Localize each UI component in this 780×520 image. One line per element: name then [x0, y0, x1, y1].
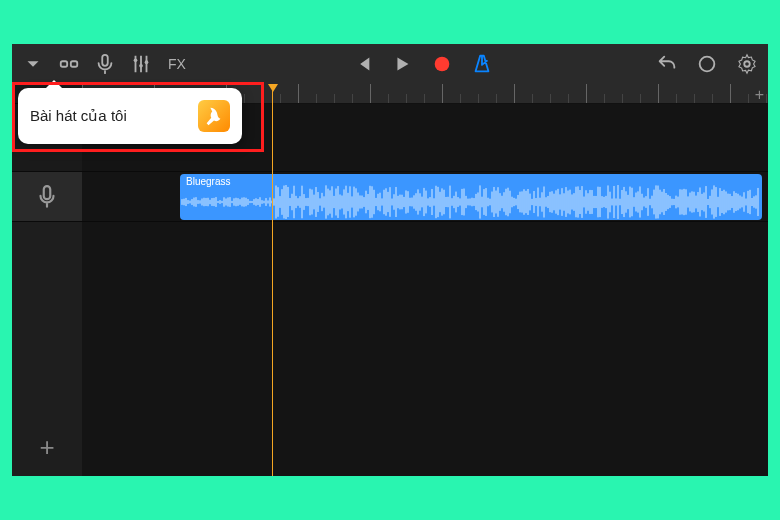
- fx-button[interactable]: FX: [162, 49, 192, 79]
- record-icon: [431, 53, 453, 75]
- mixer-icon: [130, 53, 152, 75]
- track-header-audio[interactable]: [12, 172, 82, 222]
- track-view-icon: [58, 53, 80, 75]
- undo-icon: [656, 53, 678, 75]
- waveform-icon: [180, 174, 762, 220]
- svg-point-4: [145, 60, 149, 64]
- metronome-button[interactable]: [467, 49, 497, 79]
- track-lane-audio[interactable]: Bluegrass: [82, 172, 768, 222]
- play-icon: [391, 53, 413, 75]
- chevron-down-icon: [22, 53, 44, 75]
- mic-button[interactable]: [90, 49, 120, 79]
- playhead[interactable]: [272, 84, 273, 476]
- gear-icon: [736, 53, 758, 75]
- microphone-icon: [34, 184, 60, 210]
- add-track-button[interactable]: +: [12, 424, 82, 470]
- loop-browser-button[interactable]: [692, 49, 722, 79]
- svg-point-7: [744, 61, 750, 67]
- metronome-icon: [471, 53, 493, 75]
- mic-icon: [94, 53, 116, 75]
- skip-back-button[interactable]: [347, 49, 377, 79]
- undo-button[interactable]: [652, 49, 682, 79]
- skip-back-icon: [351, 53, 373, 75]
- mixer-button[interactable]: [126, 49, 156, 79]
- my-songs-popover[interactable]: Bài hát của tôi: [18, 88, 242, 144]
- fx-label: FX: [168, 56, 186, 72]
- play-button[interactable]: [387, 49, 417, 79]
- svg-point-3: [139, 64, 143, 68]
- loop-icon: [696, 53, 718, 75]
- toolbar: FX: [12, 44, 768, 84]
- app-window: FX: [12, 44, 768, 476]
- record-button[interactable]: [427, 49, 457, 79]
- tracks-dropdown-button[interactable]: [18, 49, 48, 79]
- settings-button[interactable]: [732, 49, 762, 79]
- svg-point-2: [134, 59, 138, 63]
- svg-point-5: [435, 57, 450, 72]
- svg-rect-1: [71, 61, 77, 67]
- audio-region[interactable]: Bluegrass: [180, 174, 762, 220]
- track-view-button[interactable]: [54, 49, 84, 79]
- svg-rect-0: [61, 61, 67, 67]
- popover-label: Bài hát của tôi: [30, 107, 198, 125]
- add-section-button[interactable]: +: [755, 86, 764, 104]
- garageband-app-icon: [198, 100, 230, 132]
